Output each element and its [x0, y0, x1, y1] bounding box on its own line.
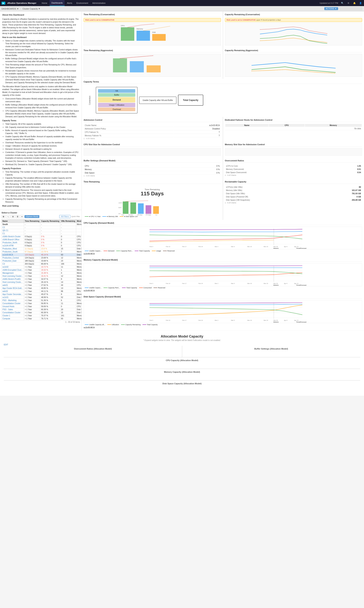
table-row[interactable]: vSAN Branch Office 0 Day(s) 0 % 0 CPU (D…	[2, 238, 82, 241]
cell-name[interactable]: Unused Hosts	[2, 305, 24, 308]
table-row[interactable]: wdc02 > 1 Year 44.11 % 86 CPU (Demand) w…	[2, 290, 82, 293]
notifications-icon[interactable]: 🔔	[353, 1, 356, 5]
cell-name[interactable]: sc2c04-ATIM	[2, 244, 24, 247]
table-row[interactable]: vSAN Encrypted Clust... > 1 Year 19.32 %…	[2, 268, 82, 271]
table-row[interactable]: Cluster-1 > 1 Year 70.37 % 161 Memory (D…	[2, 314, 82, 317]
table-row[interactable]: Management > 1 Year 15.38 % 4 Memory (De…	[2, 271, 82, 275]
nav-dashboards[interactable]: Dashboards	[50, 0, 65, 6]
cell-name[interactable]: App Cluster BCA-Gold...	[2, 287, 24, 290]
cell-name[interactable]: Compute	[2, 317, 24, 320]
cell-name[interactable]: sc2c01	[2, 296, 24, 299]
actions-button[interactable]: ACTIONS ▼	[324, 7, 338, 10]
cell-name[interactable]: vSAN-Stretch-Prod01	[2, 278, 24, 280]
toolbar-btn-3[interactable]: ⊟	[11, 215, 15, 218]
user-icon[interactable]: 👤	[359, 1, 363, 5]
about-section: About this Dashboard Capacity planning i…	[0, 11, 81, 210]
cell-name[interactable]: vSAN Branch Office	[2, 238, 24, 241]
cell-name[interactable]: C1	[2, 232, 24, 235]
nav-home[interactable]: Home	[40, 0, 49, 6]
cell-name[interactable]: Production_North	[2, 241, 24, 244]
cell-name[interactable]: Production_Central	[2, 256, 24, 259]
table-row[interactable]: Production_North 0 Day(s) 0 % 0 CPU (Dem…	[2, 241, 82, 244]
table-row[interactable]: PSO - Marketing > 1 Year 51.36 % 6 CPU (…	[2, 299, 82, 302]
table-row[interactable]: Compute > 1 Year 76.71 % 93 Memory (Dema…	[2, 317, 82, 320]
table-row[interactable]: wdc01 > 1 Year 27.62 % 44 CPU (Demand) w…	[2, 284, 82, 287]
cell-name[interactable]: C3	[2, 262, 24, 265]
table-row[interactable]: Consolidation Cluster > 1 Year 56.85 % 1…	[2, 302, 82, 305]
cell-name[interactable]: Cluster-1	[2, 314, 24, 317]
toolbar-btn-4[interactable]: ☰	[16, 215, 20, 218]
cell-vms-remaining: 11	[60, 302, 76, 305]
chart-svg-3	[84, 54, 221, 77]
table-row[interactable]: sc2c04-ATIM 0 Day(s) 0 % 0 CPU (Demand) …	[2, 244, 82, 247]
table-row[interactable]: sc2c01 > 1 Year 48.99 % 52 Disk Space (D…	[2, 296, 82, 299]
table-row[interactable]: App Cluster BCA-Gold... > 1 Year 40.85 %…	[2, 287, 82, 290]
table-row[interactable]: C3 263 Day(s) 85.69 % 166 Memory (Demand…	[2, 262, 82, 265]
cell-name[interactable]: vSAN Encrypted Clust...	[2, 268, 24, 271]
table-row[interactable]: C2 - - - DC2	[2, 226, 82, 229]
table-row[interactable]: sc2c03-BCA 115 Day(s) 45.14 % 63 Disk Sp…	[2, 253, 82, 256]
table-row[interactable]: Host Licensing Cluster... > 1 Year 16.41…	[2, 275, 82, 278]
nav-alerts[interactable]: Alerts	[65, 0, 74, 6]
all-filters-button[interactable]: All Filters	[59, 215, 70, 218]
cell-name[interactable]: App Cluster Secondar...	[2, 293, 24, 296]
cell-name[interactable]: Production_South	[2, 250, 24, 253]
table-row[interactable]: sc2c02 > 1 Year 10.72 % 11 Memory (Deman…	[2, 265, 82, 268]
table-row[interactable]: App Cluster Secondar... > 1 Year 45.67 %…	[2, 293, 82, 296]
col-capacity-remaining[interactable]: Capacity Remaining	[40, 219, 60, 223]
table-row[interactable]: C1 - - - DC2	[2, 232, 82, 235]
table-row[interactable]: vSAN-Stretch-Prod01 > 1 Year 32.07 % 8 M…	[2, 278, 82, 280]
col-time-remaining[interactable]: Time Remaining	[24, 219, 40, 223]
table-row[interactable]: Production_East 180 Day(s) 33.68 % 23 Me…	[2, 259, 82, 262]
chevron-down-icon: ▼	[17, 8, 19, 10]
table-row[interactable]: PSO - Sales > 1 Year 60.38 % 20 Disk Spa…	[2, 308, 82, 311]
widget-title: Capacity Remaining (Aggressive)	[225, 49, 362, 53]
table-row[interactable]: Consolidation Cluster > 1 Year 60.38 % 1…	[2, 311, 82, 314]
cell-name[interactable]: sc2c03-BCA	[2, 253, 24, 256]
cell-name[interactable]: Consolidation Cluster	[2, 311, 24, 314]
col-name[interactable]: Name	[2, 219, 24, 223]
cell-name[interactable]: Production_West	[2, 247, 24, 250]
cell-name[interactable]: Production_East	[2, 259, 24, 262]
cell-name[interactable]: vSAN-Stretch-Cluster	[2, 235, 24, 238]
cell-name[interactable]: wdc02	[2, 290, 24, 293]
cell-name[interactable]: Consolidation Cluster	[2, 302, 24, 305]
cell-name[interactable]: PSO - Sales	[2, 308, 24, 311]
cell-name[interactable]: wdc01	[2, 284, 24, 287]
nav-administration[interactable]: Administration	[91, 0, 107, 6]
toolbar-btn-2[interactable]: ↑↓	[6, 215, 10, 218]
table-row[interactable]: Host Licensing Cluste... > 1 Year 26.16 …	[2, 280, 82, 284]
col-constrained-resource[interactable]: Most Constrained Resource	[76, 219, 82, 223]
memory-failover-value: ?	[174, 134, 220, 137]
table-row[interactable]: Unused Hosts > 1 Year 59.06 % 0 CPU (Dem…	[2, 305, 82, 308]
cell-name[interactable]: Host Licensing Cluster...	[2, 275, 24, 278]
table-row[interactable]: Production_South 67 Day(s) 13.78 % 7 Mem…	[2, 250, 82, 253]
breadcrumb-current[interactable]: Cluster Capacity ★	[23, 7, 40, 10]
table-row[interactable]: South - - - Memory (Demand) Datacenter	[2, 223, 82, 226]
allocation-edit-button[interactable]: EDIT	[4, 344, 360, 346]
capacity-terms-list: Total Capacity: All of the capacity avai…	[2, 123, 79, 166]
cell-name[interactable]: Management	[2, 271, 24, 275]
search-bar[interactable]	[340, 7, 363, 11]
vsphere-dropdown[interactable]: vSphere World	[25, 215, 39, 218]
cell-name[interactable]: South	[2, 223, 24, 226]
cell-constrained-resource: Disk Space (Demand)	[76, 311, 82, 314]
nav-environment[interactable]: Environment	[75, 0, 90, 6]
cell-name[interactable]: C2	[2, 226, 24, 229]
settings-icon[interactable]: ⚙	[347, 1, 350, 5]
table-row[interactable]: Production_Central 134 Day(s) 23.68 % 12…	[2, 256, 82, 259]
cell-name[interactable]: QE-C1	[2, 229, 24, 232]
cell-constrained-resource: Memory (Demand)	[76, 275, 82, 278]
memory-chart-svg: Feb 3 Feb 10 Feb 17 Feb 24 Mar 2 Mar 9 M…	[84, 264, 362, 286]
table-row[interactable]: Production_West 11 Day(s) 23.8 % 15 Disk…	[2, 247, 82, 250]
table-row[interactable]: QE-C1 - - - QE	[2, 229, 82, 232]
breadcrumb-dashboards[interactable]: DASHBOARDS ▼	[1, 8, 19, 10]
cell-name[interactable]: PSO - Marketing	[2, 299, 24, 302]
toolbar-btn-5[interactable]: ≡	[20, 215, 24, 218]
cell-name[interactable]: Host Licensing Cluste...	[2, 280, 24, 284]
cell-name[interactable]: sc2c02	[2, 265, 24, 268]
table-row[interactable]: vSAN-Stretch-Cluster 0 Day(s) 0 % 0 CPU …	[2, 235, 82, 238]
col-vms-remaining[interactable]: VMs Remaining	[60, 219, 76, 223]
toolbar-btn-1[interactable]: ⊞	[1, 215, 5, 218]
search-icon[interactable]: 🔍	[340, 1, 344, 5]
